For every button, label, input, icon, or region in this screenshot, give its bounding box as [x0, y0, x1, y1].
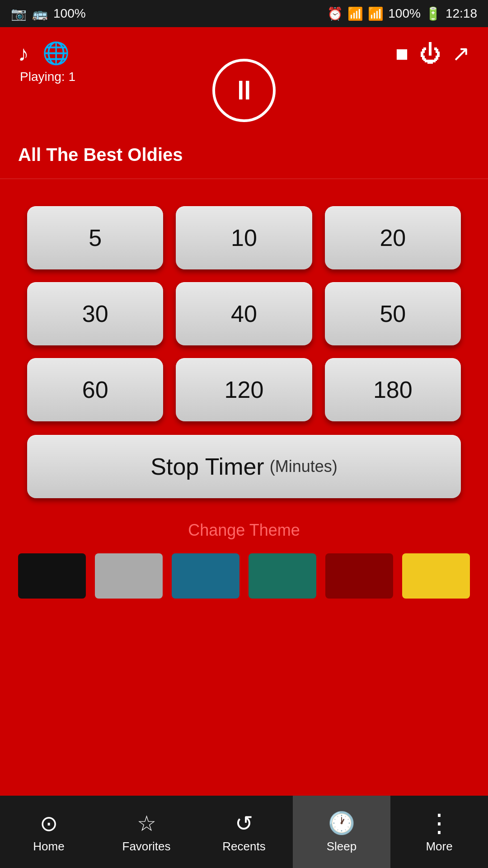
home-icon: ⊙: [40, 811, 58, 836]
stop-icon[interactable]: ■: [395, 41, 408, 66]
timer-btn-40[interactable]: 40: [176, 282, 312, 345]
timer-btn-50[interactable]: 50: [325, 282, 461, 345]
stop-timer-sublabel: (Minutes): [270, 457, 338, 476]
radio-icon: 🚌: [32, 6, 48, 21]
status-left: 📷 🚌 100%: [11, 6, 86, 21]
header: ♪ 🌐 Playing: 1 ⏸ ■ ⏻ ↗: [0, 27, 488, 136]
theme-swatch-teal[interactable]: [249, 553, 316, 599]
timer-section: 5 10 20 30 40 50 60 120 180 Stop Timer (…: [0, 179, 488, 512]
nav-recents[interactable]: ↺ Recents: [195, 796, 293, 868]
music-icon[interactable]: ♪: [18, 41, 29, 66]
playing-label: Playing: 1: [20, 70, 75, 84]
timer-btn-60[interactable]: 60: [27, 358, 163, 421]
theme-colors: [18, 553, 470, 599]
header-left: ♪ 🌐 Playing: 1: [18, 41, 75, 84]
power-icon[interactable]: ⏻: [419, 41, 441, 66]
status-bar: 📷 🚌 100% ⏰ 📶 📶 100% 🔋 12:18: [0, 0, 488, 27]
theme-swatch-blue[interactable]: [172, 553, 239, 599]
status-right: ⏰ 📶 📶 100% 🔋 12:18: [327, 6, 477, 21]
pause-icon: ⏸: [230, 77, 258, 104]
sleep-icon: 🕐: [328, 811, 355, 836]
timer-btn-120[interactable]: 120: [176, 358, 312, 421]
nav-sleep[interactable]: 🕐 Sleep: [293, 796, 390, 868]
stop-timer-label: Stop Timer: [150, 453, 264, 480]
theme-section: Change Theme: [0, 512, 488, 617]
time-display: 12:18: [446, 6, 477, 21]
timer-btn-30[interactable]: 30: [27, 282, 163, 345]
home-label: Home: [33, 840, 64, 854]
more-icon: ⋮: [427, 811, 452, 836]
battery-count: 100%: [53, 6, 86, 21]
nav-home[interactable]: ⊙ Home: [0, 796, 98, 868]
sleep-label: Sleep: [327, 840, 357, 854]
share-icon[interactable]: ↗: [452, 41, 470, 66]
header-icons-right: ■ ⏻ ↗: [395, 41, 470, 66]
stop-timer-button[interactable]: Stop Timer (Minutes): [27, 435, 461, 498]
theme-swatch-black[interactable]: [18, 553, 86, 599]
timer-grid: 5 10 20 30 40 50 60 120 180: [27, 206, 461, 421]
recents-label: Recents: [222, 840, 265, 854]
header-icons-left: ♪ 🌐: [18, 41, 70, 66]
station-title: All The Best Oldies: [0, 136, 488, 179]
timer-btn-10[interactable]: 10: [176, 206, 312, 269]
wifi-icon: 📶: [347, 6, 363, 21]
bottom-nav: ⊙ Home ☆ Favorites ↺ Recents 🕐 Sleep ⋮ M…: [0, 796, 488, 868]
battery-icon: 🔋: [425, 6, 441, 21]
theme-swatch-darkred[interactable]: [325, 553, 393, 599]
photo-icon: 📷: [11, 6, 27, 21]
pause-button[interactable]: ⏸: [212, 59, 276, 122]
nav-favorites[interactable]: ☆ Favorites: [98, 796, 195, 868]
globe-icon[interactable]: 🌐: [42, 41, 70, 66]
timer-btn-5[interactable]: 5: [27, 206, 163, 269]
timer-btn-180[interactable]: 180: [325, 358, 461, 421]
favorites-label: Favorites: [122, 840, 171, 854]
recents-icon: ↺: [235, 811, 253, 836]
theme-label: Change Theme: [188, 521, 300, 540]
favorites-icon: ☆: [137, 811, 156, 836]
signal-icon: 📶: [368, 6, 384, 21]
battery-level: 100%: [388, 6, 421, 21]
theme-swatch-gray[interactable]: [95, 553, 163, 599]
theme-swatch-yellow[interactable]: [402, 553, 470, 599]
timer-btn-20[interactable]: 20: [325, 206, 461, 269]
more-label: More: [426, 840, 452, 854]
nav-more[interactable]: ⋮ More: [390, 796, 488, 868]
alarm-icon: ⏰: [327, 6, 343, 21]
